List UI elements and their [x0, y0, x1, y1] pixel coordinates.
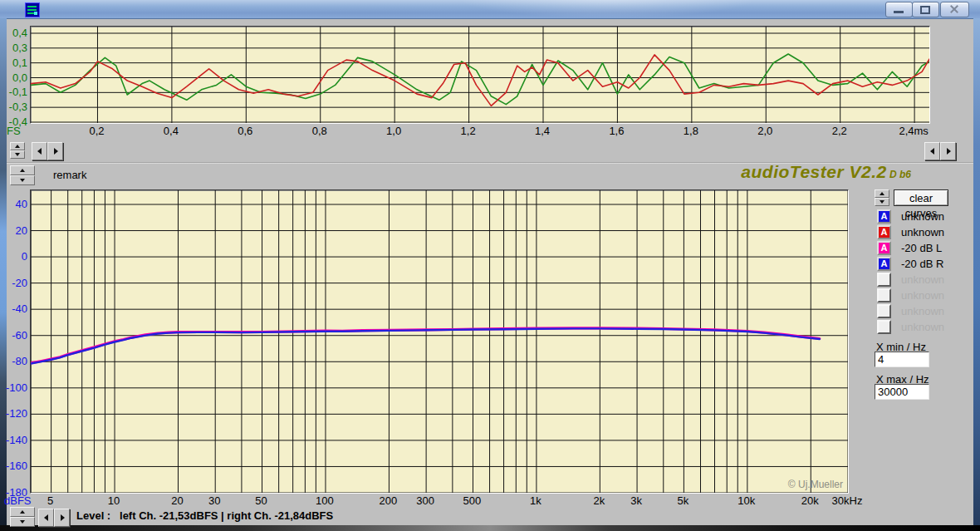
fr-y-tick: -160 — [0, 460, 27, 472]
up-arrow-icon — [20, 169, 25, 172]
close-button[interactable] — [940, 2, 969, 17]
level-spinner[interactable] — [10, 507, 35, 527]
remark-spinner[interactable] — [10, 165, 35, 185]
down-arrow-icon — [15, 153, 20, 156]
curve-toggle-swatch[interactable] — [877, 320, 891, 334]
app-icon — [25, 2, 40, 17]
osc-x-tick: 1,0 — [386, 125, 401, 137]
spin-up-button[interactable] — [10, 142, 25, 150]
curve-toggle-swatch[interactable] — [877, 304, 891, 318]
fr-x-tick: 50 — [255, 494, 267, 507]
spin-down-button[interactable] — [10, 175, 35, 185]
osc-x-tick: 1,8 — [684, 125, 698, 137]
legend-label: unknown — [901, 289, 944, 302]
fr-x-tick: 10k — [737, 494, 755, 507]
maximize-icon — [920, 6, 930, 14]
fr-x-tick: 1k — [530, 494, 541, 507]
level-status: Level : left Ch. -21,53dBFS | right Ch. … — [76, 509, 333, 522]
legend-label: unknown — [901, 273, 944, 286]
spin-up-button[interactable] — [875, 189, 889, 198]
curve-toggle-swatch[interactable] — [877, 288, 891, 302]
osc-y-tick: 0,4 — [0, 27, 27, 39]
fr-x-tick: 30kHz — [832, 494, 863, 507]
legend-item[interactable]: unknown — [877, 304, 977, 318]
level-label: Level : — [76, 509, 110, 522]
fr-x-tick: 2k — [593, 494, 605, 507]
spin-down-button[interactable] — [875, 198, 889, 206]
osc-zoom-spinner[interactable] — [10, 142, 25, 159]
xmin-input[interactable] — [875, 352, 929, 367]
fr-x-tick: 5k — [678, 494, 689, 507]
frequency-response-plot — [31, 190, 848, 493]
sidebar-spinner[interactable] — [875, 189, 889, 206]
legend-item[interactable]: Aunknown — [877, 209, 977, 224]
window-right-border — [973, 18, 980, 525]
curve-toggle-swatch[interactable]: A — [877, 241, 891, 255]
fr-x-tick: 10 — [108, 494, 120, 507]
fr-y-tick: -120 — [0, 407, 27, 420]
legend-item[interactable]: A-20 dB R — [877, 257, 977, 271]
legend-item[interactable]: A-20 dB L — [877, 241, 977, 255]
osc-x-tick: 0,4 — [164, 125, 179, 137]
legend-item[interactable]: unknown — [877, 273, 977, 287]
legend-label: unknown — [901, 321, 944, 333]
down-arrow-icon — [20, 179, 25, 182]
osc-x-tick: 0,6 — [238, 125, 252, 137]
curve-toggle-swatch[interactable]: A — [877, 225, 891, 239]
osc-x-tick: 2,2 — [832, 125, 847, 137]
legend-item[interactable]: Aunknown — [877, 225, 977, 239]
spin-down-button[interactable] — [10, 517, 35, 527]
clear-curves-button[interactable]: clear curves — [894, 189, 948, 206]
osc-scroll-left-button-right[interactable] — [924, 142, 940, 160]
fr-y-tick: -40 — [0, 302, 27, 315]
left-arrow-icon — [44, 514, 48, 521]
down-arrow-icon — [20, 520, 25, 524]
osc-y-tick: -0,4 — [0, 116, 27, 128]
minimize-icon — [894, 11, 904, 13]
down-arrow-icon — [880, 200, 884, 204]
osc-y-tick: -0,3 — [0, 101, 27, 113]
fr-x-tick: 300 — [416, 494, 434, 507]
osc-scroll-right-button[interactable] — [47, 142, 63, 160]
curve-toggle-swatch[interactable] — [877, 273, 891, 287]
osc-y-tick: 0,0 — [0, 71, 27, 84]
fr-x-tick: 5 — [47, 494, 53, 507]
osc-scroll-right-button-right[interactable] — [940, 142, 956, 160]
level-scroll-right-button[interactable] — [54, 509, 70, 527]
right-arrow-icon — [61, 514, 65, 521]
fr-x-tick: 200 — [380, 494, 398, 507]
app-icon-dot — [34, 12, 37, 15]
level-scroll-left-button[interactable] — [38, 509, 54, 527]
legend-label: -20 dB R — [901, 258, 943, 270]
osc-x-tick: 0,2 — [89, 125, 104, 137]
curve-toggle-swatch[interactable]: A — [877, 257, 891, 271]
spin-down-button[interactable] — [10, 150, 25, 159]
fr-y-tick: -20 — [0, 277, 27, 289]
osc-x-tick: 2,4ms — [899, 125, 928, 137]
fr-y-tick: -100 — [0, 381, 27, 394]
fr-y-tick: -60 — [0, 329, 27, 342]
fr-x-tick: 500 — [463, 494, 482, 507]
osc-scroll-left-button[interactable] — [32, 142, 47, 160]
osc-x-tick: 1,2 — [461, 125, 476, 137]
spin-up-button[interactable] — [10, 507, 35, 517]
fr-y-tick: 40 — [0, 198, 27, 210]
title-bar[interactable] — [0, 0, 980, 19]
spin-up-button[interactable] — [10, 165, 35, 175]
left-arrow-icon — [37, 148, 42, 155]
minimize-button[interactable] — [885, 2, 913, 17]
maximize-button[interactable] — [912, 2, 939, 17]
right-arrow-icon — [54, 148, 58, 155]
curve-toggle-swatch[interactable]: A — [877, 209, 891, 224]
fr-y-tick: 0 — [0, 250, 27, 263]
window-bottom-border — [0, 525, 980, 531]
fr-y-tick: 20 — [0, 224, 27, 237]
up-arrow-icon — [880, 192, 884, 195]
legend-item[interactable]: unknown — [877, 288, 977, 302]
xmax-input[interactable] — [875, 384, 929, 400]
fr-y-tick: -180 — [0, 486, 27, 499]
legend-item[interactable]: unknown — [877, 320, 977, 334]
app-title-main: audioTester V2.2 — [741, 162, 886, 181]
app-window: FS remark audioTester V2.2 D b6 © Uj.Mue… — [0, 0, 980, 531]
osc-x-tick: 2,0 — [757, 125, 772, 137]
